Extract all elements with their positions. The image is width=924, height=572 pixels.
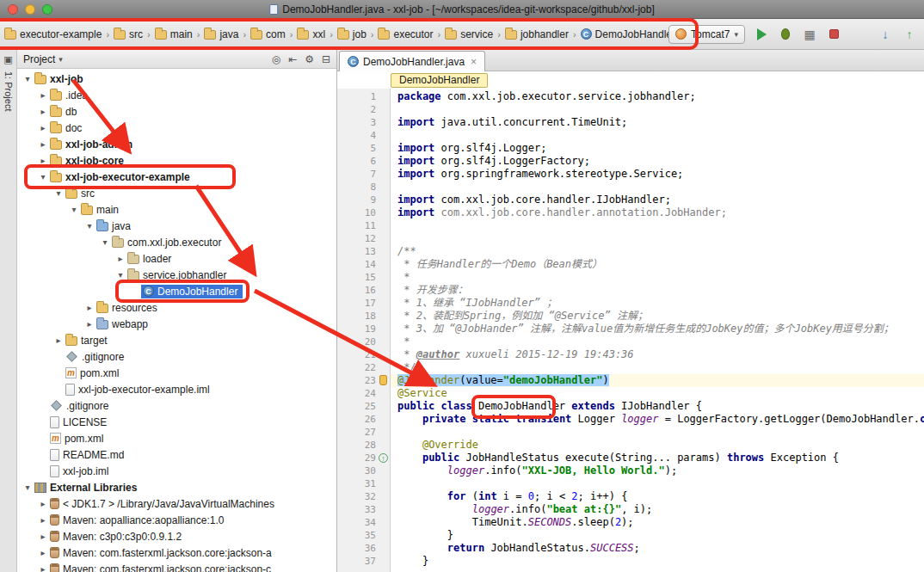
tree-item[interactable]: ▸resources [17, 299, 336, 316]
code-line[interactable]: for (int i = 0; i < 2; i++) { [391, 490, 924, 503]
code-line[interactable]: @JobHander(value="demoJobHandler") [391, 374, 924, 387]
breadcrumb-item[interactable]: main [153, 28, 194, 41]
code-line[interactable] [391, 477, 924, 490]
line-number[interactable]: 28 [365, 440, 376, 451]
gutter-line[interactable]: 22 [337, 361, 390, 374]
line-number[interactable]: 25 [365, 401, 376, 412]
tree-item[interactable]: LICENSE [17, 414, 336, 430]
gutter-line[interactable]: 35 [337, 529, 390, 542]
code-line[interactable]: package com.xxl.job.executor.service.job… [391, 90, 924, 103]
line-number[interactable]: 20 [365, 336, 376, 348]
tree-item[interactable]: ▸Maven: aopalliance:aopalliance:1.0 [17, 512, 336, 528]
gutter-line[interactable]: 26 [337, 413, 390, 426]
code-line[interactable]: import org.slf4j.LoggerFactory; [391, 155, 924, 168]
line-number[interactable]: 29 [365, 452, 376, 464]
tree-item[interactable]: xxl-job.iml [17, 463, 336, 479]
bookmark-icon[interactable] [379, 375, 387, 385]
chevron-collapsed-icon[interactable]: ▸ [38, 139, 48, 149]
gutter-line[interactable]: 4 [337, 129, 390, 142]
gutter-line[interactable]: 17 [337, 297, 390, 310]
gutter-line[interactable]: 3 [337, 116, 390, 129]
tree-item[interactable]: ▸Maven: c3p0:c3p0:0.9.1.2 [17, 528, 336, 544]
tree-item[interactable]: ▸webapp [17, 316, 336, 332]
chevron-expanded-icon[interactable]: ▾ [53, 188, 64, 198]
title-bar[interactable]: DemoJobHandler.java - xxl-job - [~/works… [0, 0, 924, 19]
tree-item[interactable]: xxl-job-executor-example.iml [17, 381, 336, 397]
line-number[interactable]: 9 [370, 194, 376, 206]
chevron-expanded-icon[interactable]: ▾ [22, 74, 33, 83]
line-number[interactable]: 2 [370, 104, 376, 115]
chevron-expanded-icon[interactable]: ▾ [84, 221, 95, 231]
tree-item[interactable]: ▸Maven: com.fasterxml.jackson.core:jacks… [17, 561, 336, 572]
gutter-line[interactable]: 34 [337, 516, 390, 529]
line-number[interactable]: 5 [370, 143, 376, 154]
gutter-line[interactable]: 9 [337, 194, 390, 206]
tree-item[interactable]: ▾java [17, 218, 336, 234]
code-line[interactable]: * [391, 335, 924, 348]
line-number[interactable]: 19 [365, 323, 376, 335]
line-number[interactable]: 27 [365, 427, 376, 438]
chevron-expanded-icon[interactable]: ▾ [22, 483, 33, 492]
tree-item[interactable]: ▸Maven: com.fasterxml.jackson.core:jacks… [17, 544, 336, 561]
code-line[interactable]: logger.info("beat at:{}", i); [391, 503, 924, 516]
line-number[interactable]: 23 [365, 375, 376, 386]
tree-item[interactable]: CDemoJobHandler [17, 283, 336, 299]
gutter-line[interactable]: 29↑ [337, 452, 390, 464]
line-number[interactable]: 10 [365, 207, 376, 218]
chevron-collapsed-icon[interactable]: ▸ [38, 107, 48, 116]
breadcrumb-item[interactable]: executor-example [3, 28, 103, 41]
code-line[interactable]: } [391, 555, 924, 568]
tree-item[interactable]: ▸xxl-job-admin [17, 136, 336, 152]
line-number[interactable]: 15 [365, 272, 376, 283]
code-line[interactable]: * @author xuxueli 2015-12-19 19:43:36 [391, 348, 924, 361]
code-line[interactable]: import org.slf4j.Logger; [391, 142, 924, 155]
breadcrumb-item[interactable]: xxl [295, 28, 327, 41]
gutter-line[interactable]: 2 [337, 103, 390, 116]
tree-item[interactable]: README.md [17, 446, 336, 463]
run-configuration-selector[interactable]: Tomcat7 ▾ [668, 25, 745, 44]
gutter-line[interactable]: 32 [337, 490, 390, 503]
code-line[interactable] [391, 219, 924, 232]
chevron-expanded-icon[interactable]: ▾ [115, 270, 126, 280]
code-line[interactable] [391, 181, 924, 194]
breadcrumb-item[interactable]: java [202, 28, 240, 41]
code-line[interactable]: * 2、装配到Spring，例如加 “@Service” 注解； [391, 310, 924, 323]
line-number[interactable]: 24 [365, 388, 376, 399]
gutter-line[interactable]: 12 [337, 232, 390, 245]
run-button[interactable] [754, 27, 769, 42]
gutter-line[interactable]: 5 [337, 142, 390, 155]
line-number[interactable]: 8 [370, 181, 376, 193]
chevron-collapsed-icon[interactable]: ▸ [84, 303, 95, 312]
close-window-button[interactable] [8, 4, 18, 15]
line-number[interactable]: 14 [365, 259, 376, 270]
close-tab-icon[interactable]: × [471, 56, 477, 68]
project-tool-button[interactable]: 1: Project [3, 71, 14, 111]
breadcrumb-item[interactable]: jobhandler [503, 28, 570, 41]
gutter-line[interactable]: 6 [337, 155, 390, 168]
code-line[interactable] [391, 103, 924, 116]
code-line[interactable]: * 任务Handler的一个Demo（Bean模式） [391, 258, 924, 271]
gutter-line[interactable]: 7 [337, 168, 390, 181]
chevron-collapsed-icon[interactable]: ▸ [38, 499, 48, 508]
code-line[interactable]: @Override [391, 439, 924, 452]
line-number[interactable]: 3 [370, 117, 376, 128]
gutter-line[interactable]: 1 [337, 90, 390, 103]
code-line[interactable]: import com.xxl.job.core.handler.IJobHand… [391, 194, 924, 206]
gutter-line[interactable]: 37 [337, 555, 390, 568]
tree-item[interactable]: mpom.xml [17, 430, 336, 446]
line-number[interactable]: 11 [365, 220, 376, 231]
chevron-collapsed-icon[interactable]: ▸ [38, 90, 48, 100]
gutter-line[interactable]: 10 [337, 206, 390, 219]
tree-item[interactable]: ▸xxl-job-core [17, 152, 336, 169]
code-line[interactable]: /** [391, 245, 924, 258]
gutter-line[interactable]: 18 [337, 310, 390, 323]
code-line[interactable]: */ [391, 361, 924, 374]
chevron-collapsed-icon[interactable]: ▸ [84, 319, 95, 329]
line-number[interactable]: 32 [365, 491, 376, 502]
gutter-line[interactable]: 19 [337, 323, 390, 335]
code-line[interactable]: * 开发步骤： [391, 284, 924, 297]
code-line[interactable] [391, 129, 924, 142]
line-number[interactable]: 4 [370, 130, 376, 141]
zoom-window-button[interactable] [42, 4, 52, 15]
code-line[interactable]: import java.util.concurrent.TimeUnit; [391, 116, 924, 129]
